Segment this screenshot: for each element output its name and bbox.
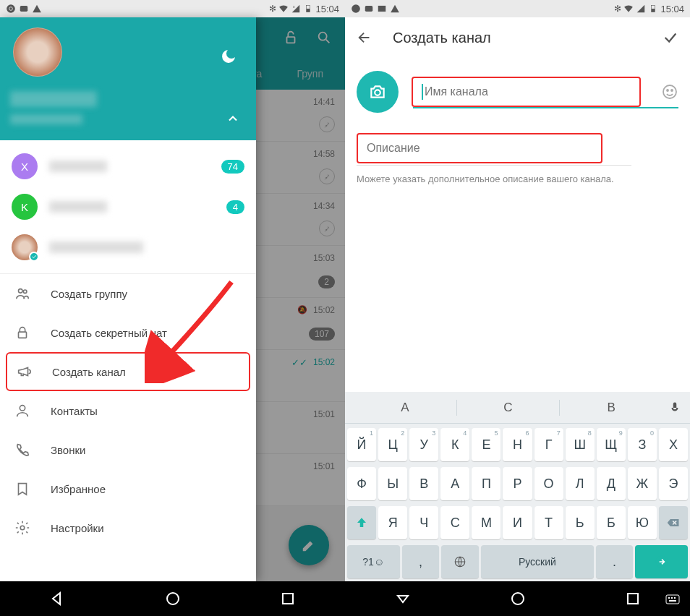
menu-new-group[interactable]: Создать группу bbox=[0, 274, 256, 313]
svg-point-22 bbox=[671, 90, 673, 91]
menu-list: Создать группу Создать секретный чат Соз… bbox=[0, 274, 256, 581]
svg-point-7 bbox=[19, 289, 23, 294]
menu-new-secret-chat[interactable]: Создать секретный чат bbox=[0, 313, 256, 352]
menu-calls[interactable]: Звонки bbox=[0, 430, 256, 469]
key[interactable]: В bbox=[409, 467, 438, 500]
enter-key[interactable] bbox=[635, 545, 688, 578]
account-item[interactable] bbox=[0, 227, 256, 268]
key[interactable]: С bbox=[440, 506, 469, 539]
backspace-key[interactable] bbox=[659, 506, 688, 539]
svg-rect-13 bbox=[283, 594, 293, 604]
description-input[interactable] bbox=[367, 142, 592, 155]
key[interactable]: Б bbox=[597, 506, 626, 539]
key[interactable]: М bbox=[472, 506, 501, 539]
svg-point-8 bbox=[23, 290, 27, 294]
account-item[interactable]: X 74 bbox=[0, 146, 256, 187]
menu-new-channel[interactable]: Создать канал bbox=[6, 352, 250, 391]
key[interactable]: П bbox=[472, 467, 501, 500]
globe-key[interactable] bbox=[441, 545, 479, 578]
menu-label: Настройки bbox=[51, 522, 104, 534]
set-photo-button[interactable] bbox=[357, 71, 399, 113]
key[interactable]: Щ9 bbox=[597, 428, 626, 461]
key[interactable]: И bbox=[503, 506, 532, 539]
ime-icon[interactable] bbox=[664, 590, 681, 607]
key[interactable]: У3 bbox=[409, 428, 438, 461]
channel-name-input[interactable] bbox=[422, 85, 631, 98]
suggestion-bar: А С В bbox=[345, 392, 690, 424]
home-icon[interactable] bbox=[509, 590, 527, 607]
period-key[interactable]: . bbox=[596, 545, 634, 578]
back-icon[interactable] bbox=[394, 590, 412, 607]
recents-icon[interactable] bbox=[279, 590, 297, 607]
key[interactable]: Ц2 bbox=[378, 428, 407, 461]
phone-right: ✻ 15:04 Создать канал bbox=[345, 0, 690, 616]
back-icon[interactable] bbox=[49, 590, 67, 607]
unread-badge: 74 bbox=[221, 160, 244, 174]
key[interactable]: Й1 bbox=[347, 428, 376, 461]
wifi-icon bbox=[278, 4, 289, 14]
key[interactable]: Г7 bbox=[534, 428, 563, 461]
key[interactable]: Н6 bbox=[503, 428, 532, 461]
menu-label: Создать секретный чат bbox=[51, 327, 167, 339]
moon-icon[interactable] bbox=[220, 48, 237, 65]
symbols-key[interactable]: ?1☺ bbox=[347, 545, 400, 578]
key[interactable]: Ф bbox=[347, 467, 376, 500]
svg-rect-9 bbox=[19, 332, 27, 338]
description-input-wrap bbox=[357, 133, 602, 163]
accounts-list: X 74 K 4 bbox=[0, 140, 256, 274]
svg-rect-18 bbox=[652, 9, 655, 12]
key[interactable]: З0 bbox=[628, 428, 657, 461]
suggestion[interactable]: А bbox=[354, 401, 456, 415]
key[interactable]: Ш8 bbox=[566, 428, 595, 461]
svg-point-0 bbox=[7, 4, 15, 13]
svg-point-10 bbox=[20, 406, 25, 411]
back-arrow-icon[interactable] bbox=[357, 30, 372, 46]
svg-point-11 bbox=[20, 526, 25, 530]
phone-blurred bbox=[10, 114, 82, 124]
key[interactable]: Т bbox=[534, 506, 563, 539]
key[interactable]: Ж bbox=[628, 467, 657, 500]
shift-key[interactable] bbox=[347, 506, 376, 539]
camera-icon bbox=[368, 82, 387, 101]
toolbar: Создать канал bbox=[345, 17, 690, 58]
menu-label: Создать канал bbox=[52, 366, 126, 378]
key[interactable]: Х bbox=[659, 428, 688, 461]
menu-settings[interactable]: Настройки bbox=[0, 508, 256, 547]
key[interactable]: Ы bbox=[378, 467, 407, 500]
check-icon[interactable] bbox=[663, 30, 678, 46]
suggestion[interactable]: С bbox=[457, 401, 560, 415]
avatar[interactable] bbox=[13, 27, 62, 77]
key[interactable]: Ю bbox=[628, 506, 657, 539]
chevron-up-icon[interactable] bbox=[226, 111, 240, 126]
mic-icon[interactable] bbox=[668, 401, 681, 414]
menu-contacts[interactable]: Контакты bbox=[0, 391, 256, 430]
svg-point-25 bbox=[512, 593, 524, 604]
key[interactable]: Е5 bbox=[472, 428, 501, 461]
emoji-icon[interactable] bbox=[661, 83, 678, 100]
key[interactable]: Р bbox=[503, 467, 532, 500]
account-item[interactable]: K 4 bbox=[0, 187, 256, 227]
comma-key[interactable]: , bbox=[402, 545, 440, 578]
signal-icon bbox=[636, 4, 646, 14]
status-time: 15:04 bbox=[315, 4, 339, 14]
recents-icon[interactable] bbox=[624, 590, 642, 607]
key[interactable]: Ь bbox=[566, 506, 595, 539]
home-icon[interactable] bbox=[164, 590, 182, 607]
svg-rect-27 bbox=[666, 595, 679, 604]
key[interactable]: Я bbox=[378, 506, 407, 539]
nav-bar bbox=[345, 581, 690, 616]
key[interactable]: Ч bbox=[409, 506, 438, 539]
key[interactable]: Э bbox=[659, 467, 688, 500]
status-time: 15:04 bbox=[660, 4, 684, 14]
svg-point-12 bbox=[167, 593, 179, 604]
description-hint: Можете указать дополнительное описание в… bbox=[357, 173, 678, 186]
key[interactable]: Л bbox=[566, 467, 595, 500]
key[interactable]: К4 bbox=[440, 428, 469, 461]
key[interactable]: О bbox=[534, 467, 563, 500]
space-key[interactable]: Русский bbox=[481, 545, 593, 578]
suggestion[interactable]: В bbox=[560, 401, 663, 415]
battery-icon bbox=[303, 4, 313, 14]
menu-saved[interactable]: Избранное bbox=[0, 469, 256, 508]
key[interactable]: Д bbox=[597, 467, 626, 500]
key[interactable]: А bbox=[440, 467, 469, 500]
